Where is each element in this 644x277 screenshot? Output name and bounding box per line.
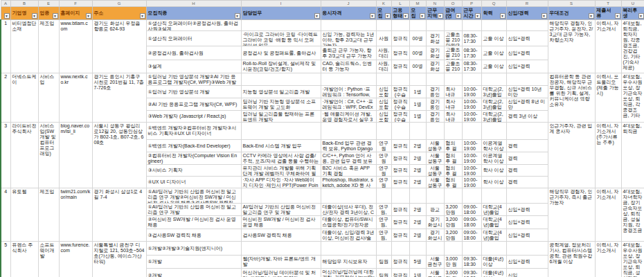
work-region-text: 서울 성동구 xyxy=(427,152,444,164)
work-hours-text: 09:00-18:00 xyxy=(463,229,481,241)
company-name-text: 더넥스트케이 xyxy=(11,73,38,86)
education-text: 대졸(4년)이상 xyxy=(482,269,506,277)
headcount: 2명 xyxy=(409,229,426,242)
required-documents-text: 이력서, 자기소개서 xyxy=(596,188,621,201)
job-category: ①딥러닝 기반 영상분석 개발 xyxy=(146,86,241,98)
benefits: 4대보험, 우수사원포상, 장기근속자포상, 퇴직금, 각종경조금, 기타 xyxy=(621,73,644,86)
work-hours: 09:30-18:30 xyxy=(462,269,481,277)
job-category: ②머신비전 SW개발 / 머신비전 검사 운영 채용 xyxy=(146,216,241,229)
education-text xyxy=(482,248,506,249)
education-text: 대학교(2,3년)졸업 xyxy=(482,111,506,122)
filter-dropdown-icon[interactable]: ▼ xyxy=(385,13,391,19)
duties-text xyxy=(242,79,321,80)
duties-text: 공정검사 및 공정패트롤, 출하검사 xyxy=(242,50,321,57)
rank-text: 신입 포함 xyxy=(377,98,391,110)
filter-dropdown-icon[interactable]: ▼ xyxy=(32,13,37,19)
filter-dropdown-icon[interactable]: ▼ xyxy=(235,13,240,19)
headcount xyxy=(409,20,426,31)
work-hours-text: 08:30-17:30 xyxy=(463,60,481,73)
qualification: 머신러닝/딥러닝에 대한 경험, 기본적인 Linux/Python 사용능력 xyxy=(321,269,376,277)
work-hours-text xyxy=(463,195,481,197)
filter-dropdown-icon[interactable]: ▼ xyxy=(589,13,594,19)
job-category-text: ③Web 개발자 (Javascript / React.js) xyxy=(147,113,241,120)
table-row: 1비티엠첨단소재제조업www.btlam.com경기도 화성시 우정읍 향용로 … xyxy=(1,20,644,31)
work-region-text: 경기 용인 xyxy=(427,86,444,98)
filter-dropdown-icon[interactable]: ▼ xyxy=(638,13,644,19)
qualification xyxy=(321,188,376,204)
headcount-text: 1명 xyxy=(410,113,426,120)
work-hours xyxy=(462,242,481,256)
filter-dropdown-icon[interactable]: ▼ xyxy=(53,13,58,19)
rank-text: 연구원, 책임 xyxy=(377,229,391,241)
work-region-text xyxy=(427,25,444,26)
work-hours-text: 10:00-19:00 xyxy=(463,152,481,164)
work-region-text xyxy=(427,79,444,80)
salary-text: 고졸초봉 210만원(3교대) xyxy=(445,31,462,46)
rank-text: 팀원 xyxy=(377,258,391,265)
filter-dropdown-icon[interactable]: ▼ xyxy=(438,13,443,19)
address: 서울특별시 금천구 디지털로 121, 503호~504호(가산동, 에이스가산… xyxy=(92,242,146,256)
filter-dropdown-icon[interactable]: ▼ xyxy=(500,13,506,19)
education: 대졸(4년)이상 xyxy=(481,269,506,277)
filter-dropdown-icon[interactable]: ▼ xyxy=(4,13,10,19)
salary: 협의 후 결정 xyxy=(444,177,462,188)
job-category: ③설계 xyxy=(146,60,241,73)
salary-text xyxy=(445,25,462,26)
work-region: 서울 금천구 xyxy=(426,269,444,277)
filter-dropdown-icon[interactable]: ▼ xyxy=(475,13,481,19)
education-text: 고졸 이상 xyxy=(482,50,506,57)
work-region-text: 판교 xyxy=(427,206,444,213)
education: 대졸(4년)이상 xyxy=(481,256,506,269)
filter-dropdown-icon[interactable]: ▼ xyxy=(420,13,425,19)
education xyxy=(481,123,506,140)
company-name: 더넥스트케이 xyxy=(10,73,38,86)
filter-dropdown-icon[interactable]: ▼ xyxy=(615,13,620,19)
company-name: 퓨렌스 주식회사 xyxy=(10,242,38,256)
headcount: 5명 xyxy=(409,256,426,269)
header-l: 고용형태▼ xyxy=(391,7,409,20)
work-region: 경기 화성시 xyxy=(426,229,444,242)
filter-dropdown-icon[interactable]: ▼ xyxy=(140,13,145,19)
column-letter-b: B xyxy=(10,1,38,7)
header-m: 모집인원▼ xyxy=(409,7,426,20)
salary xyxy=(444,242,462,256)
qualification: 신입 가능, 경력자는 1년 이하, 향후 2/3교대 근무 가능자 xyxy=(321,31,376,46)
rank: 연구원, 책임 xyxy=(376,229,391,242)
column-letter-i: I xyxy=(241,1,321,7)
education-text xyxy=(482,195,506,197)
employment-type: 정규직 xyxy=(391,269,409,277)
address-text: 경기도 화성시 우정읍 향용로 624-93 xyxy=(93,20,146,31)
rank xyxy=(376,188,391,204)
job-category-text: ②공정검사원, 출하검사원 xyxy=(147,50,241,57)
education: 학사 이상 xyxy=(481,177,506,188)
preferred-conditions-text: 해당직무 경험자, 인근거주자, 즉시 출근가능자 xyxy=(548,188,595,204)
work-region-text: 서울 성동구 xyxy=(427,140,444,152)
filter-dropdown-icon[interactable]: ▼ xyxy=(456,13,461,19)
job-category-text: ②개발 xyxy=(147,272,241,277)
filter-dropdown-icon[interactable]: ▼ xyxy=(403,13,409,19)
headcount: 1명 xyxy=(409,98,426,111)
employment-type: 정규직 xyxy=(391,152,409,165)
filter-dropdown-icon[interactable]: ▼ xyxy=(314,13,320,19)
duties xyxy=(241,123,321,140)
filter-dropdown-icon[interactable]: ▼ xyxy=(370,13,375,19)
rank: 신입 포함 xyxy=(376,98,391,111)
spreadsheet-window: { "sheet": { "column_letters": ["A","B",… xyxy=(0,0,644,277)
row-number-text: 5 xyxy=(1,242,10,249)
career-level: 신입+경력 8년 미만 xyxy=(506,98,548,111)
filter-dropdown-icon[interactable]: ▼ xyxy=(542,13,547,19)
duties: AI/딥러닝 기반의 산업용 머신비전 알고리즘 연구 및 개발 xyxy=(241,204,321,216)
work-hours-text: 09:30-18:30 xyxy=(463,269,481,277)
salary-text xyxy=(445,130,462,132)
employment-type: 정규직 xyxy=(391,204,409,216)
work-hours xyxy=(462,123,481,140)
qualification xyxy=(321,123,376,140)
job-category-text: ③서비스 기획자 xyxy=(147,167,241,174)
employment-type xyxy=(391,123,409,140)
employment-type-text xyxy=(392,248,409,249)
qualification: B2C 서비스 혹은 APP 기획 경험 xyxy=(321,165,376,177)
filter-dropdown-icon[interactable]: ▼ xyxy=(86,13,91,19)
qualification-text xyxy=(321,130,376,132)
salary: 3,200만원 xyxy=(444,216,462,229)
job-category-text: ②머신비전 SW개발 / 머신비전 검사 운영 채용 xyxy=(147,216,241,229)
